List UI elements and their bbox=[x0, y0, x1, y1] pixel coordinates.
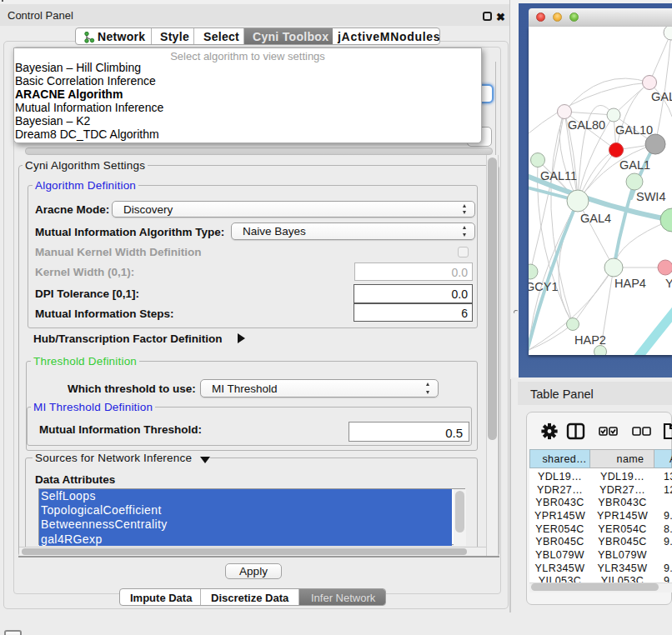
svg-text:SWI4: SWI4 bbox=[636, 190, 665, 203]
svg-text:GAL11: GAL11 bbox=[540, 169, 577, 182]
svg-text:GAL1: GAL1 bbox=[619, 158, 650, 172]
svg-text:HAP4: HAP4 bbox=[614, 277, 646, 290]
svg-text:HAP2: HAP2 bbox=[574, 333, 606, 347]
svg-text:GAL7: GAL7 bbox=[651, 90, 672, 103]
svg-text:GAL4: GAL4 bbox=[580, 212, 611, 225]
svg-text:GAL80: GAL80 bbox=[568, 118, 605, 132]
svg-text:GCY1: GCY1 bbox=[529, 280, 559, 293]
svg-text:Y: Y bbox=[665, 277, 672, 290]
svg-text:GAL10: GAL10 bbox=[615, 123, 653, 137]
